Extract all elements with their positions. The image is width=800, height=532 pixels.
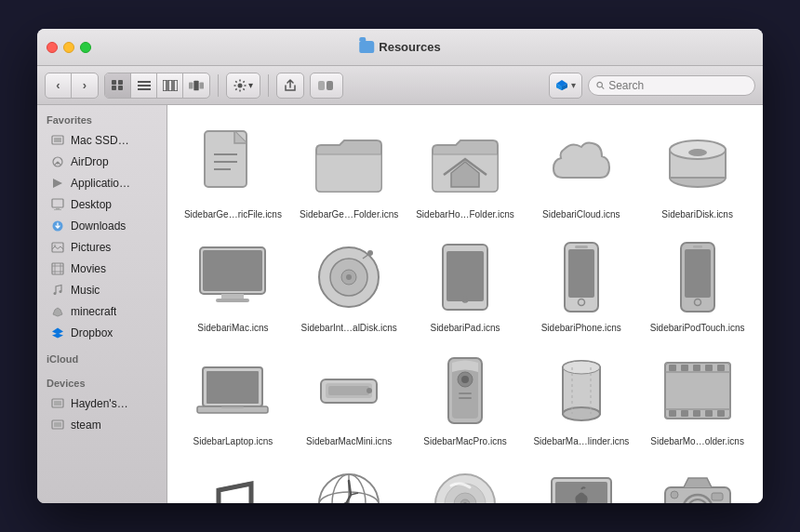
nav-buttons: ‹ › bbox=[45, 73, 99, 99]
svg-rect-73 bbox=[221, 406, 244, 408]
file-icon-movie-folder bbox=[656, 349, 740, 432]
file-label-4: SidebariCloud.icns bbox=[542, 209, 620, 220]
file-item-2[interactable]: SidebarGe…Folder.icns bbox=[293, 114, 406, 224]
file-icon-home-folder bbox=[423, 122, 507, 206]
svg-rect-32 bbox=[52, 263, 63, 274]
svg-point-87 bbox=[563, 361, 600, 374]
file-icon-imac bbox=[191, 235, 274, 319]
dropbox-button[interactable]: ▾ bbox=[549, 73, 582, 99]
music-icon bbox=[50, 283, 65, 298]
file-item-8[interactable]: SidebariPad.icns bbox=[409, 228, 522, 338]
tag-button[interactable] bbox=[310, 73, 343, 99]
file-label-12: SidebarMacMini.icns bbox=[306, 436, 392, 447]
sidebar-item-minecraft[interactable]: minecraft bbox=[41, 301, 163, 322]
share-icon bbox=[284, 79, 297, 92]
svg-rect-103 bbox=[717, 410, 725, 417]
sidebar-item-dropbox[interactable]: Dropbox bbox=[41, 323, 163, 343]
minimize-button[interactable] bbox=[63, 42, 74, 53]
svg-rect-102 bbox=[705, 410, 713, 417]
svg-rect-52 bbox=[216, 299, 249, 302]
back-button[interactable]: ‹ bbox=[46, 73, 72, 98]
svg-rect-14 bbox=[318, 81, 325, 90]
forward-button[interactable]: › bbox=[72, 73, 98, 98]
close-button[interactable] bbox=[47, 42, 58, 53]
sidebar-item-applications[interactable]: Applicatio… bbox=[41, 173, 163, 193]
applications-icon bbox=[50, 176, 65, 191]
coverflow-view-button[interactable] bbox=[183, 73, 209, 98]
file-item-10[interactable]: SidebariPodTouch.icns bbox=[641, 228, 753, 338]
title-folder-icon bbox=[359, 41, 374, 53]
file-item-9[interactable]: SidebariPhone.icns bbox=[525, 228, 637, 338]
sidebar-item-label-applications: Applicatio… bbox=[71, 177, 130, 190]
share-button[interactable] bbox=[276, 73, 304, 99]
desktop-icon bbox=[50, 197, 65, 212]
file-item-14[interactable]: SidebarMa…linder.icns bbox=[525, 341, 637, 451]
file-item-19[interactable]: SidebarScreen.icns bbox=[525, 455, 637, 503]
sidebar-item-downloads[interactable]: Downloads bbox=[41, 216, 163, 236]
content-area: Favorites Mac SSD… AirDrop Applicatio… bbox=[37, 105, 763, 503]
file-item-11[interactable]: SidebarLaptop.icns bbox=[177, 341, 289, 451]
sidebar-item-pictures[interactable]: Pictures bbox=[41, 237, 163, 258]
airdrop-icon bbox=[50, 154, 65, 169]
sidebar-item-airdrop[interactable]: AirDrop bbox=[41, 152, 163, 172]
svg-rect-4 bbox=[138, 81, 151, 83]
file-icon-idisk bbox=[656, 122, 740, 206]
file-item-4[interactable]: SidebariCloud.icns bbox=[525, 114, 637, 224]
sidebar-item-desktop[interactable]: Desktop bbox=[41, 194, 163, 215]
file-item-13[interactable]: SidebarMacPro.icns bbox=[409, 341, 522, 451]
file-label-3: SidebarHo…Folder.icns bbox=[416, 209, 514, 220]
svg-rect-7 bbox=[163, 80, 167, 91]
view-buttons bbox=[104, 73, 210, 99]
file-icon-optical bbox=[423, 462, 507, 503]
column-view-icon bbox=[163, 80, 178, 91]
svg-rect-26 bbox=[52, 199, 63, 207]
file-item-3[interactable]: SidebarHo…Folder.icns bbox=[409, 114, 522, 224]
svg-marker-36 bbox=[52, 334, 63, 339]
file-item-5[interactable]: SidebariDisk.icns bbox=[641, 114, 753, 224]
gear-icon bbox=[233, 79, 247, 92]
sidebar-item-label-airdrop: AirDrop bbox=[71, 155, 109, 168]
sidebar-item-movies[interactable]: Movies bbox=[41, 259, 163, 279]
search-box[interactable] bbox=[588, 75, 755, 96]
sidebar-item-label-mac-ssd: Mac SSD… bbox=[71, 134, 129, 147]
file-item-18[interactable]: SidebarOptical.icns bbox=[409, 455, 522, 503]
sidebar-item-haydens[interactable]: Hayden's… bbox=[41, 393, 163, 414]
svg-rect-38 bbox=[54, 401, 61, 406]
file-item-1[interactable]: SidebarGe…ricFile.icns bbox=[177, 114, 289, 224]
svg-rect-40 bbox=[54, 422, 61, 427]
column-view-button[interactable] bbox=[157, 73, 183, 98]
file-item-6[interactable]: SidebariMac.icns bbox=[177, 228, 289, 338]
file-label-9: SidebariPhone.icns bbox=[541, 323, 621, 334]
action-button[interactable]: ▾ bbox=[226, 73, 260, 99]
sidebar-item-music[interactable]: Music bbox=[41, 280, 163, 300]
file-item-20[interactable]: SidebarCamera.icns bbox=[641, 455, 753, 503]
sidebar-item-label-haydens: Hayden's… bbox=[71, 397, 128, 410]
sidebar-item-mac-ssd[interactable]: Mac SSD… bbox=[41, 130, 163, 151]
file-item-7[interactable]: SidebarInt…alDisk.icns bbox=[293, 228, 406, 338]
file-label-7: SidebarInt…alDisk.icns bbox=[301, 323, 397, 334]
file-item-12[interactable]: SidebarMacMini.icns bbox=[293, 341, 406, 451]
icon-view-button[interactable] bbox=[105, 73, 131, 98]
svg-point-25 bbox=[57, 162, 60, 165]
file-item-15[interactable]: SidebarMo…older.icns bbox=[641, 341, 753, 451]
file-label-14: SidebarMa…linder.icns bbox=[533, 436, 629, 447]
sidebar: Favorites Mac SSD… AirDrop Applicatio… bbox=[37, 105, 167, 503]
file-item-17[interactable]: SidebarNetwork.icns bbox=[293, 455, 406, 503]
svg-rect-79 bbox=[452, 363, 478, 419]
file-grid: SidebarGe…ricFile.icns SidebarGe…Folder.… bbox=[177, 114, 753, 503]
svg-point-81 bbox=[461, 376, 469, 383]
file-icon-folder bbox=[307, 122, 391, 206]
icloud-section-label: iCloud bbox=[37, 344, 167, 368]
sidebar-item-steam[interactable]: steam bbox=[41, 415, 163, 435]
list-view-button[interactable] bbox=[131, 73, 157, 98]
svg-rect-94 bbox=[669, 365, 676, 371]
file-label-13: SidebarMacPro.icns bbox=[423, 436, 506, 447]
search-input[interactable] bbox=[608, 79, 747, 92]
svg-point-56 bbox=[346, 274, 352, 280]
svg-rect-27 bbox=[56, 207, 60, 209]
svg-rect-100 bbox=[681, 410, 688, 417]
svg-line-21 bbox=[602, 86, 604, 88]
file-item-16[interactable]: music-note.icns bbox=[177, 455, 289, 503]
svg-point-33 bbox=[54, 292, 57, 295]
maximize-button[interactable] bbox=[80, 42, 91, 53]
